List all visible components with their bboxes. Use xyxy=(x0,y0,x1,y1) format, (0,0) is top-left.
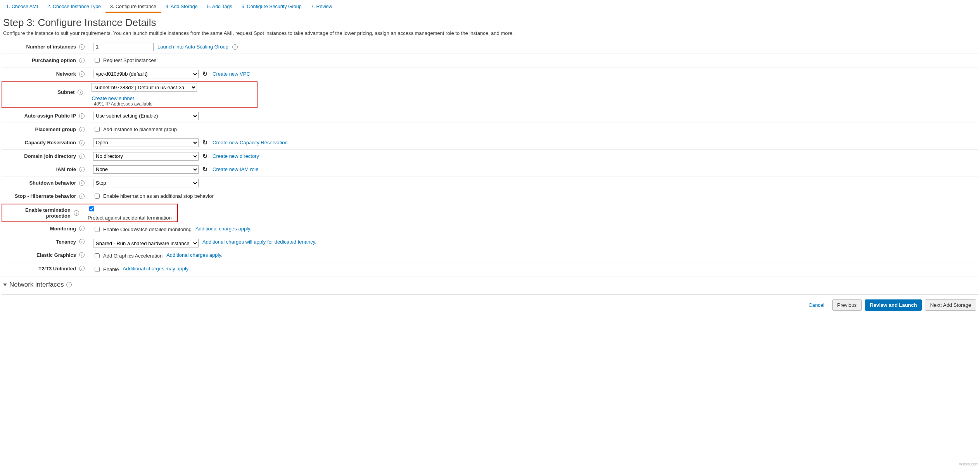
label-public-ip: Auto-assign Public IP xyxy=(2,113,79,119)
checkbox-label-elastic-graphics: Add Graphics Acceleration xyxy=(103,253,162,259)
info-icon[interactable] xyxy=(78,90,83,95)
label-monitoring: Monitoring xyxy=(2,226,79,232)
info-icon[interactable] xyxy=(79,226,85,231)
checkbox-hibernate[interactable] xyxy=(95,194,100,199)
refresh-icon[interactable] xyxy=(202,140,209,146)
info-icon[interactable] xyxy=(79,239,85,244)
label-subnet: Subnet xyxy=(4,89,78,95)
select-tenancy[interactable]: Shared - Run a shared hardware instance xyxy=(93,239,199,247)
select-public-ip[interactable]: Use subnet setting (Enable) xyxy=(93,112,199,120)
info-icon[interactable] xyxy=(79,44,85,50)
page-title: Step 3: Configure Instance Details xyxy=(3,17,978,29)
caret-down-icon xyxy=(3,284,7,286)
info-icon[interactable] xyxy=(79,71,85,77)
info-icon[interactable] xyxy=(79,154,85,159)
label-domain-join-directory: Domain join directory xyxy=(2,153,79,159)
select-capacity-reservation[interactable]: Open xyxy=(93,138,199,147)
wizard-tabs: 1. Choose AMI 2. Choose Instance Type 3.… xyxy=(2,0,978,13)
info-icon[interactable] xyxy=(79,58,85,63)
link-monitoring-charges[interactable]: Additional charges apply. xyxy=(195,226,251,232)
info-icon[interactable] xyxy=(66,282,72,287)
subnet-ip-hint: 4091 IP Addresses available xyxy=(94,101,255,107)
tab-configure-instance[interactable]: 3. Configure Instance xyxy=(105,2,161,13)
page-description: Configure the instance to suit your requ… xyxy=(3,30,978,36)
checkbox-monitoring[interactable] xyxy=(95,227,100,232)
info-icon[interactable] xyxy=(74,210,79,216)
label-network: Network xyxy=(2,71,79,77)
link-create-subnet[interactable]: Create new subnet xyxy=(92,95,134,101)
select-shutdown-behavior[interactable]: Stop xyxy=(93,179,199,187)
refresh-icon[interactable] xyxy=(202,153,209,159)
input-number-of-instances[interactable] xyxy=(93,43,154,51)
checkbox-placement-group[interactable] xyxy=(95,127,100,132)
checkbox-t2t3-unlimited[interactable] xyxy=(95,267,100,272)
refresh-icon[interactable] xyxy=(202,71,209,77)
label-number-of-instances: Number of instances xyxy=(2,44,79,50)
tab-add-tags[interactable]: 5. Add Tags xyxy=(202,2,237,13)
configure-form: Number of instances Launch into Auto Sca… xyxy=(2,40,978,291)
checkbox-label-placement-group: Add instance to placement group xyxy=(103,126,177,132)
info-icon[interactable] xyxy=(79,252,85,258)
checkbox-label-t2t3-unlimited: Enable xyxy=(103,266,119,272)
label-tenancy: Tenancy xyxy=(2,239,79,245)
tab-configure-security-group[interactable]: 6. Configure Security Group xyxy=(237,2,306,13)
label-iam-role: IAM role xyxy=(2,166,79,172)
refresh-icon[interactable] xyxy=(202,166,209,173)
select-domain-directory[interactable]: No directory xyxy=(93,152,199,161)
label-t2t3-unlimited: T2/T3 Unlimited xyxy=(2,266,79,272)
checkbox-label-termination-protection: Protect against accidental termination xyxy=(88,215,172,221)
next-add-storage-button[interactable]: Next: Add Storage xyxy=(925,299,976,311)
checkbox-label-hibernate: Enable hibernation as an additional stop… xyxy=(103,193,214,199)
section-title-network-interfaces: Network interfaces xyxy=(9,281,64,289)
link-graphics-charges[interactable]: Additional charges apply. xyxy=(166,252,222,258)
label-termination-protection: Enable termination protection xyxy=(4,207,74,219)
info-icon[interactable] xyxy=(79,140,85,145)
info-icon[interactable] xyxy=(79,127,85,132)
checkbox-request-spot[interactable] xyxy=(95,58,100,63)
link-unlimited-charges[interactable]: Additional charges may apply xyxy=(123,266,188,272)
select-iam-role[interactable]: None xyxy=(93,165,199,174)
checkbox-label-request-spot: Request Spot instances xyxy=(103,57,156,63)
section-network-interfaces[interactable]: Network interfaces xyxy=(2,277,978,291)
link-create-directory[interactable]: Create new directory xyxy=(213,153,259,159)
link-create-capacity-reservation[interactable]: Create new Capacity Reservation xyxy=(213,140,288,145)
checkbox-label-monitoring: Enable CloudWatch detailed monitoring xyxy=(103,227,192,232)
label-placement-group: Placement group xyxy=(2,126,79,132)
label-capacity-reservation: Capacity Reservation xyxy=(2,140,79,145)
link-create-iam-role[interactable]: Create new IAM role xyxy=(213,166,259,172)
link-create-vpc[interactable]: Create new VPC xyxy=(213,71,250,77)
label-shutdown-behavior: Shutdown behavior xyxy=(2,180,79,186)
label-purchasing-option: Purchasing option xyxy=(2,57,79,63)
cancel-button[interactable]: Cancel xyxy=(804,299,829,311)
tab-choose-ami[interactable]: 1. Choose AMI xyxy=(2,2,43,13)
link-tenancy-charges[interactable]: Additional charges will apply for dedica… xyxy=(202,239,316,245)
review-and-launch-button[interactable]: Review and Launch xyxy=(865,299,922,311)
info-icon[interactable] xyxy=(79,113,85,119)
info-icon[interactable] xyxy=(79,266,85,271)
info-icon[interactable] xyxy=(79,194,85,199)
previous-button[interactable]: Previous xyxy=(832,299,862,311)
select-subnet[interactable]: subnet-b97283d2 | Default in us-east-2a xyxy=(92,83,197,92)
tab-review[interactable]: 7. Review xyxy=(306,2,337,13)
info-icon[interactable] xyxy=(79,180,85,186)
tab-choose-instance-type[interactable]: 2. Choose Instance Type xyxy=(43,2,105,13)
link-auto-scaling-group[interactable]: Launch into Auto Scaling Group xyxy=(157,44,228,50)
select-network[interactable]: vpc-d010d9bb (default) xyxy=(93,70,199,78)
checkbox-elastic-graphics[interactable] xyxy=(95,253,100,258)
label-hibernate-behavior: Stop - Hibernate behavior xyxy=(2,193,79,199)
tab-add-storage[interactable]: 4. Add Storage xyxy=(161,2,202,13)
info-icon[interactable] xyxy=(232,44,238,50)
info-icon[interactable] xyxy=(79,167,85,172)
checkbox-termination-protection[interactable] xyxy=(89,206,94,211)
label-elastic-graphics: Elastic Graphics xyxy=(2,252,79,258)
footer-bar: Cancel Previous Review and Launch Next: … xyxy=(2,294,978,313)
